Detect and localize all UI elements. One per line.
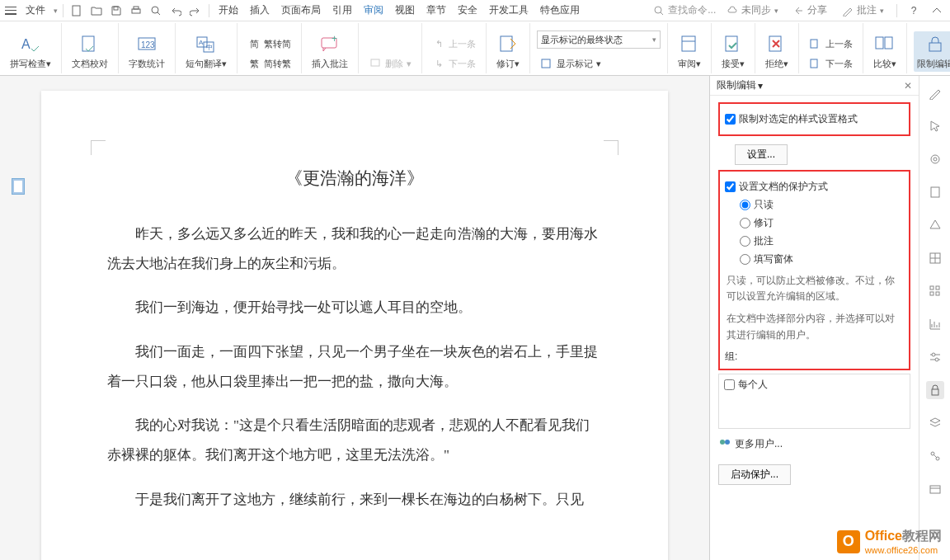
- restrict-format-checkbox[interactable]: 限制对选定的样式设置格式: [725, 112, 904, 126]
- lock-panel-icon[interactable]: [926, 381, 944, 399]
- review-pane-button[interactable]: 审阅▾: [675, 31, 704, 72]
- grid-icon[interactable]: [926, 249, 944, 267]
- undo-icon[interactable]: [167, 2, 184, 19]
- spellcheck-icon: A: [19, 33, 42, 56]
- track-display-combo[interactable]: 显示标记的最终状态▾: [537, 31, 661, 49]
- pen-icon: [842, 5, 854, 16]
- svg-text:A: A: [199, 39, 204, 46]
- radio-form[interactable]: 填写窗体: [740, 252, 904, 266]
- reject-button[interactable]: 拒绝▾: [762, 31, 792, 72]
- traditional-button[interactable]: 繁简转繁: [244, 55, 294, 72]
- shape-icon[interactable]: [926, 216, 944, 234]
- svg-rect-19: [682, 36, 695, 51]
- share-button[interactable]: 分享: [789, 3, 831, 17]
- simplified-button[interactable]: 简繁转简: [244, 35, 294, 52]
- radio-readonly[interactable]: 只读: [740, 198, 904, 212]
- command-search[interactable]: 查找命令...: [653, 3, 716, 17]
- tab-insert[interactable]: 插入: [246, 3, 274, 17]
- watermark-logo: O: [837, 530, 860, 553]
- more-users-link[interactable]: 更多用户...: [718, 437, 910, 451]
- minimize-ribbon-icon[interactable]: [929, 2, 945, 19]
- translate-button[interactable]: A中 短句翻译▾: [182, 31, 230, 72]
- tab-reference[interactable]: 引用: [328, 3, 356, 17]
- everyone-checkbox[interactable]: 每个人: [719, 374, 910, 395]
- help-icon[interactable]: ?: [905, 2, 922, 19]
- page-tag-icon[interactable]: [12, 178, 25, 195]
- svg-rect-46: [932, 389, 938, 395]
- svg-point-45: [935, 358, 938, 361]
- document-canvas[interactable]: 《更浩瀚的海洋》 昨天，多么远又多么近的昨天，我和我的心一起走向浩瀚的大海，要用…: [0, 76, 709, 560]
- layers-icon[interactable]: [926, 414, 944, 432]
- svg-rect-34: [931, 187, 939, 197]
- svg-rect-41: [936, 292, 939, 295]
- delete-comment-button[interactable]: 删除▾: [365, 55, 415, 72]
- spellcheck-button[interactable]: A 拼写检查▾: [7, 31, 54, 72]
- tab-chapter[interactable]: 章节: [422, 3, 450, 17]
- document-page: 《更浩瀚的海洋》 昨天，多么远又多么近的昨天，我和我的心一起走向浩瀚的大海，要用…: [41, 91, 668, 560]
- panel-title: 限制编辑: [717, 78, 756, 92]
- search-icon: [653, 5, 665, 16]
- cursor-tool-icon[interactable]: [926, 117, 944, 135]
- svg-line-49: [934, 454, 937, 458]
- highlight-box-protection: 设置文档的保护方式 只读 修订 批注 填写窗体 只读，可以防止文档被修改。不过，…: [718, 170, 910, 370]
- show-marks-button[interactable]: 显示标记▾: [537, 55, 661, 72]
- wordcount-button[interactable]: 123 字数统计: [125, 31, 168, 72]
- svg-rect-0: [73, 6, 80, 16]
- comments-button[interactable]: 批注 ▾: [838, 3, 888, 17]
- next-icon: ↳: [432, 57, 445, 70]
- insert-comment-button[interactable]: + 插入批注: [308, 31, 351, 72]
- next-comment-button[interactable]: ↳下一条: [429, 55, 479, 72]
- gear-icon[interactable]: [926, 150, 944, 168]
- sliders-icon[interactable]: [926, 348, 944, 366]
- next-change-button[interactable]: 下一条: [806, 55, 856, 72]
- compare-button[interactable]: 比较▾: [870, 31, 900, 72]
- open-icon[interactable]: [88, 2, 105, 19]
- archive-icon[interactable]: [926, 480, 944, 498]
- tab-start[interactable]: 开始: [214, 3, 242, 17]
- print-preview-icon[interactable]: [148, 2, 164, 19]
- close-panel-icon[interactable]: ✕: [904, 80, 912, 92]
- tab-security[interactable]: 安全: [454, 3, 482, 17]
- prev-comment-button[interactable]: ↰上一条: [429, 35, 479, 52]
- hamburger-icon[interactable]: [5, 7, 16, 15]
- cloud-icon: [727, 5, 738, 16]
- svg-rect-1: [114, 7, 118, 10]
- accept-button[interactable]: 接受▾: [718, 31, 748, 72]
- doc-paragraph: 我们一到海边，便开始寻找一处可以遮人耳目的空地。: [107, 293, 602, 322]
- compare-icon: [873, 33, 896, 56]
- simplified-icon: 简: [247, 37, 261, 50]
- clipboard-icon[interactable]: [926, 183, 944, 201]
- radio-track[interactable]: 修订: [740, 216, 904, 230]
- tab-pagelayout[interactable]: 页面布局: [277, 3, 325, 17]
- print-icon[interactable]: [128, 2, 144, 19]
- highlight-box-formatting: 限制对选定的样式设置格式: [718, 102, 910, 136]
- tab-special[interactable]: 特色应用: [536, 3, 584, 17]
- redo-icon[interactable]: [187, 2, 204, 19]
- svg-rect-16: [371, 59, 379, 66]
- apps-icon[interactable]: [926, 282, 944, 300]
- review-pane-icon: [678, 33, 701, 56]
- settings-button[interactable]: 设置...: [735, 144, 788, 165]
- new-icon[interactable]: [68, 2, 85, 19]
- search-placeholder: 查找命令...: [668, 3, 716, 17]
- pencil-tool-icon[interactable]: [926, 84, 944, 102]
- sync-status[interactable]: 未同步 ▾: [722, 3, 783, 17]
- file-menu[interactable]: 文件: [21, 3, 49, 17]
- chart-icon[interactable]: [926, 315, 944, 333]
- protect-doc-checkbox[interactable]: 设置文档的保护方式: [725, 180, 904, 194]
- start-protect-button[interactable]: 启动保护...: [718, 464, 791, 485]
- radio-comment[interactable]: 批注: [740, 234, 904, 248]
- doccheck-button[interactable]: 文档校对: [68, 31, 111, 72]
- link-icon[interactable]: [926, 447, 944, 465]
- share-icon: [793, 5, 805, 16]
- save-icon[interactable]: [108, 2, 125, 19]
- track-changes-button[interactable]: 修订▾: [493, 31, 523, 72]
- tab-view[interactable]: 视图: [391, 3, 419, 17]
- restrict-edit-button[interactable]: 限制编辑: [914, 31, 950, 72]
- prev-change-button[interactable]: 上一条: [806, 35, 856, 52]
- tab-devtools[interactable]: 开发工具: [485, 3, 533, 17]
- track-icon: [496, 33, 520, 56]
- translate-icon: A中: [195, 33, 218, 56]
- tab-review[interactable]: 审阅: [360, 3, 388, 17]
- svg-text:123: 123: [141, 40, 155, 49]
